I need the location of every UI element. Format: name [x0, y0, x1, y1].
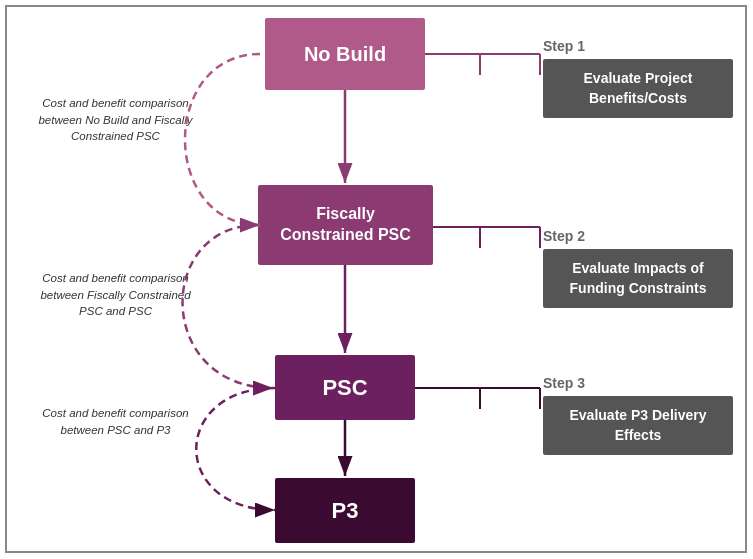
annotation-1: Cost and benefit comparison between No B…: [28, 95, 203, 145]
step-box-1: Step 1 Evaluate ProjectBenefits/Costs: [543, 38, 733, 118]
node-psc: PSC: [275, 355, 415, 420]
step2-label: Step 2: [543, 228, 733, 244]
step3-label: Step 3: [543, 375, 733, 391]
fiscally-label: FiscallyConstrained PSC: [280, 204, 411, 246]
node-fiscally-constrained: FiscallyConstrained PSC: [258, 185, 433, 265]
step2-content: Evaluate Impacts ofFunding Constraints: [543, 249, 733, 308]
no-build-label: No Build: [304, 43, 386, 66]
step-box-2: Step 2 Evaluate Impacts ofFunding Constr…: [543, 228, 733, 308]
psc-label: PSC: [322, 375, 367, 401]
annotation-2: Cost and benefit comparison between Fisc…: [28, 270, 203, 320]
step1-label: Step 1: [543, 38, 733, 54]
step3-content: Evaluate P3 DeliveryEffects: [543, 396, 733, 455]
step-box-3: Step 3 Evaluate P3 DeliveryEffects: [543, 375, 733, 455]
annotation-3: Cost and benefit comparison between PSC …: [28, 405, 203, 438]
diagram-container: No Build FiscallyConstrained PSC PSC P3 …: [0, 0, 753, 559]
step1-content: Evaluate ProjectBenefits/Costs: [543, 59, 733, 118]
node-p3: P3: [275, 478, 415, 543]
node-no-build: No Build: [265, 18, 425, 90]
p3-label: P3: [332, 498, 359, 524]
